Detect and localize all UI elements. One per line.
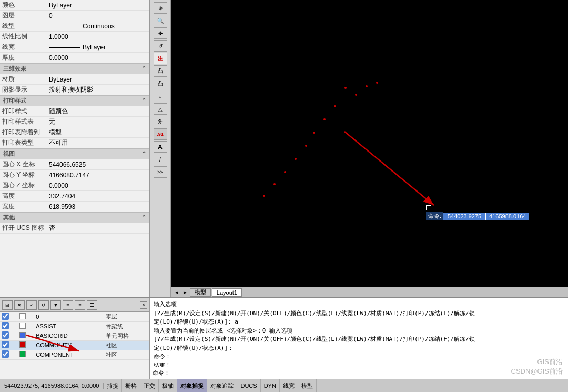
prop-label-linescale: 线性比例	[2, 32, 47, 41]
layer-name: COMMUNITY	[34, 340, 104, 350]
layer-checkbox[interactable]	[2, 341, 9, 348]
tool-btn-line[interactable]: /	[154, 154, 167, 165]
tool-btn-orbit[interactable]: ↺	[154, 40, 167, 52]
layout-arrow-left[interactable]: ◄	[173, 289, 180, 295]
status-btn-snap[interactable]: 捕捉	[104, 379, 122, 392]
properties-panel: 颜色 ByLayer 图层 0 线型 Continuous 线性比例 1.000…	[0, 0, 150, 297]
tool-btn-list[interactable]: .91	[154, 128, 167, 140]
prop-value-layer: 0	[47, 12, 147, 19]
layer-color-icon	[19, 323, 26, 329]
console-line: 定(LO)/解锁(U)/状态(A)]：	[154, 344, 565, 353]
status-bar: 544023.9275, 4165988.0164, 0.0000 捕捉 栅格 …	[0, 379, 568, 392]
prop-value-plottype: 不可用	[47, 138, 147, 147]
layer-btn-list[interactable]: ☰	[87, 300, 97, 310]
tool-btn-pan[interactable]: ✥	[154, 27, 167, 39]
prop-row-linescale: 线性比例 1.0000	[0, 32, 149, 42]
layer-btn-delete[interactable]: ✕	[14, 300, 25, 310]
cmd-y-value: 4165988.0164	[485, 213, 529, 220]
layout-tab-model[interactable]: 模型	[190, 288, 211, 297]
section-header-3d: 三维效果 ⌃	[0, 63, 149, 74]
tool-btn-text[interactable]: A	[154, 141, 167, 153]
layer-checkbox[interactable]	[2, 350, 9, 358]
prop-row-linewidth: 线宽 ByLayer	[0, 42, 149, 53]
layer-btn-settings[interactable]: ≡	[63, 300, 73, 310]
tool-btn-zoom-realtime[interactable]: 🔍	[154, 15, 167, 26]
layer-name: BASICGRID	[34, 331, 104, 340]
section-header-view: 视图 ⌃	[0, 148, 149, 159]
prop-label-cz: 圆心 Z 坐标	[2, 181, 47, 190]
prop-label-linewidth: 线宽	[2, 43, 47, 52]
tool-btn-note[interactable]: 注	[154, 53, 167, 64]
layer-name: 0	[34, 312, 104, 321]
prop-row-plotstyle-table: 打印样式表 无	[0, 117, 149, 127]
prop-label-material: 材质	[2, 75, 47, 84]
section-collapse-print[interactable]: ⌃	[141, 97, 146, 104]
prop-value-width: 618.9593	[47, 203, 147, 210]
prop-row-material: 材质 ByLayer	[0, 74, 149, 85]
layer-color-icon	[19, 351, 26, 357]
prop-row-shadow: 阴影显示 投射和接收阴影	[0, 85, 149, 95]
section-collapse-view[interactable]: ⌃	[141, 150, 146, 157]
status-btn-polar[interactable]: 极轴	[159, 379, 177, 392]
status-btn-lw[interactable]: 线宽	[280, 379, 298, 392]
red-dot	[344, 87, 347, 89]
prop-label-linetype: 线型	[2, 22, 47, 31]
prop-row-height: 高度 332.7404	[0, 191, 149, 202]
status-btn-osnap[interactable]: 对象捕捉	[177, 379, 207, 392]
status-btn-ortho[interactable]: 正交	[140, 379, 159, 392]
table-row[interactable]: ASSIST 骨架线	[0, 321, 149, 331]
layer-btn-refresh[interactable]: ↺	[38, 300, 49, 310]
section-title-3d: 三维效果	[3, 65, 26, 73]
status-btn-otrack[interactable]: 对象追踪	[207, 379, 237, 392]
layer-btn-settings2[interactable]: ≡	[75, 300, 85, 310]
tool-btn-more[interactable]: >>	[154, 166, 167, 178]
status-btn-model[interactable]: 模型	[298, 379, 317, 392]
prop-value-ucs: 否	[47, 224, 147, 233]
status-btn-dyn[interactable]: DYN	[261, 379, 280, 392]
layer-btn-current[interactable]: ✓	[26, 300, 37, 310]
status-btn-grid[interactable]: 栅格	[122, 379, 140, 392]
table-row[interactable]: COMPONENT 社区	[0, 350, 149, 359]
table-row[interactable]: BASICGRID 单元网格	[0, 331, 149, 340]
tool-btn-zoom-window[interactable]: ⊕	[154, 2, 167, 14]
console-area: 输入选项 [?/生成(M)/设定(S)/新建(N)/开(ON)/关(OFF)/颜…	[150, 298, 568, 380]
prop-row-plottype: 打印表类型 不可用	[0, 138, 149, 148]
prop-label-layer: 图层	[2, 11, 47, 20]
layer-checkbox[interactable]	[2, 322, 9, 329]
layer-toolbar: ⊞ ✕ ✓ ↺ ▼ ≡ ≡ ☰ ×	[0, 298, 149, 312]
prop-row-ucs: 打开 UCS 图标 否	[0, 223, 149, 234]
layer-color-icon	[19, 341, 26, 348]
layer-table-container[interactable]: 0 零层 ASSIST 骨架线 BASICGRID 单元网格	[0, 312, 149, 367]
layer-color-icon	[19, 313, 26, 319]
layout-arrow-right[interactable]: ►	[181, 289, 189, 295]
table-row[interactable]: COMMUNITY 社区	[0, 340, 149, 350]
layer-desc: 社区	[104, 350, 149, 359]
table-row[interactable]: 0 零层	[0, 312, 149, 321]
tool-btn-bump2[interactable]: 凸	[154, 78, 167, 89]
line-preview-icon	[49, 26, 80, 26]
tool-btn-triangle[interactable]: △	[154, 103, 167, 115]
layout-tab-layout1[interactable]: Layout1	[212, 288, 242, 297]
prop-value-plotstyle: 随颜色	[47, 107, 147, 116]
status-btn-ducs[interactable]: DUCS	[237, 379, 260, 392]
tool-btn-service[interactable]: 务	[154, 116, 167, 127]
canvas-area[interactable]: 命令: 544023.9275 4165988.0164	[171, 0, 568, 297]
console-line: [?/生成(M)/设定(S)/新建(N)/开(ON)/关(OFF)/颜色(C)/…	[154, 309, 565, 318]
layer-checkbox[interactable]	[2, 313, 9, 320]
red-dot	[273, 183, 276, 185]
layer-panel-close[interactable]: ×	[140, 301, 147, 309]
layer-table: 0 零层 ASSIST 骨架线 BASICGRID 单元网格	[0, 312, 149, 360]
section-collapse-other[interactable]: ⌃	[141, 214, 146, 221]
console-input[interactable]	[172, 369, 566, 376]
layer-btn-new[interactable]: ⊞	[2, 300, 13, 310]
layer-btn-filter[interactable]: ▼	[50, 300, 61, 310]
console-input-row[interactable]: 命令：	[150, 367, 568, 378]
tool-btn-bump[interactable]: 凸	[154, 65, 167, 77]
layer-checkbox[interactable]	[2, 331, 9, 339]
section-collapse-3d[interactable]: ⌃	[141, 65, 146, 72]
console-line: [?/生成(M)/设定(S)/新建(N)/开(ON)/关(OFF)/颜色(C)/…	[154, 335, 565, 344]
red-dot	[323, 118, 326, 120]
tool-btn-circle[interactable]: ○	[154, 91, 167, 102]
layer-panel: ⊞ ✕ ✓ ↺ ▼ ≡ ≡ ☰ × 0 零层	[0, 298, 150, 392]
prop-label-color: 颜色	[2, 1, 47, 9]
